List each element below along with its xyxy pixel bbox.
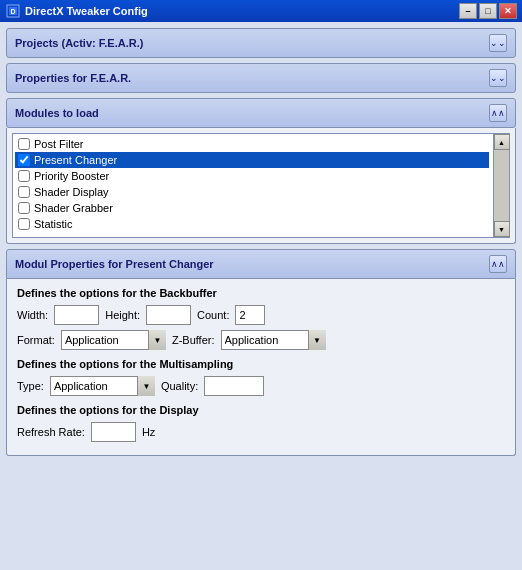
module-item-shader-grabber[interactable]: Shader Grabber — [15, 200, 489, 216]
module-checkbox-post-filter[interactable] — [18, 138, 30, 150]
multisampling-section-title: Defines the options for the Multisamplin… — [17, 358, 505, 370]
width-label: Width: — [17, 309, 48, 321]
window-title: DirectX Tweaker Config — [25, 5, 455, 17]
height-label: Height: — [105, 309, 140, 321]
scroll-down-button[interactable]: ▼ — [494, 221, 510, 237]
modul-props-chevron[interactable]: ∧∧ — [489, 255, 507, 273]
svg-text:D: D — [10, 8, 15, 15]
main-content: Projects (Activ: F.E.A.R.) ⌄⌄ Properties… — [0, 22, 522, 570]
hz-label: Hz — [142, 426, 155, 438]
module-label: Post Filter — [34, 138, 84, 150]
quality-label: Quality: — [161, 380, 198, 392]
backbuffer-section-title: Defines the options for the Backbuffer — [17, 287, 505, 299]
modul-properties-section: Modul Properties for Present Changer ∧∧ … — [6, 249, 516, 456]
scroll-track — [494, 150, 509, 221]
height-input[interactable] — [146, 305, 191, 325]
module-item-statistic[interactable]: Statistic — [15, 216, 489, 232]
maximize-button[interactable]: □ — [479, 3, 497, 19]
module-checkbox-shader-display[interactable] — [18, 186, 30, 198]
module-checkbox-present-changer[interactable] — [18, 154, 30, 166]
list-scrollbar: ▲ ▼ — [493, 134, 509, 237]
modules-list-container: Post Filter Present Changer Priority Boo… — [12, 133, 510, 238]
scroll-up-button[interactable]: ▲ — [494, 134, 510, 150]
format-select-wrapper: Application Default X8R8G8B8 A8R8G8B8 R5… — [61, 330, 166, 350]
modules-section-header[interactable]: Modules to load ∧∧ — [6, 98, 516, 128]
close-button[interactable]: ✕ — [499, 3, 517, 19]
module-label: Shader Grabber — [34, 202, 113, 214]
window-controls: – □ ✕ — [459, 3, 517, 19]
projects-chevron[interactable]: ⌄⌄ — [489, 34, 507, 52]
module-label: Shader Display — [34, 186, 109, 198]
minimize-button[interactable]: – — [459, 3, 477, 19]
module-checkbox-priority-booster[interactable] — [18, 170, 30, 182]
multisampling-row: Type: Application None 2x 4x 8x ▼ Qualit… — [17, 376, 505, 396]
refresh-rate-input[interactable] — [91, 422, 136, 442]
properties-title: Properties for F.E.A.R. — [15, 72, 131, 84]
module-item-shader-display[interactable]: Shader Display — [15, 184, 489, 200]
projects-section-header[interactable]: Projects (Activ: F.E.A.R.) ⌄⌄ — [6, 28, 516, 58]
modul-props-header[interactable]: Modul Properties for Present Changer ∧∧ — [6, 249, 516, 279]
quality-input[interactable] — [204, 376, 264, 396]
width-input[interactable] — [54, 305, 99, 325]
type-select-wrapper: Application None 2x 4x 8x ▼ — [50, 376, 155, 396]
refresh-rate-label: Refresh Rate: — [17, 426, 85, 438]
zbuffer-select-wrapper: Application Default D16 D24X8 D24S8 ▼ — [221, 330, 326, 350]
zbuffer-label: Z-Buffer: — [172, 334, 215, 346]
module-item-present-changer[interactable]: Present Changer — [15, 152, 489, 168]
count-input[interactable] — [235, 305, 265, 325]
display-row: Refresh Rate: Hz — [17, 422, 505, 442]
type-label: Type: — [17, 380, 44, 392]
count-label: Count: — [197, 309, 229, 321]
zbuffer-select[interactable]: Application Default D16 D24X8 D24S8 — [221, 330, 326, 350]
module-item-post-filter[interactable]: Post Filter — [15, 136, 489, 152]
title-bar: D DirectX Tweaker Config – □ ✕ — [0, 0, 522, 22]
modules-section: Modules to load ∧∧ Post Filter Present C… — [6, 98, 516, 244]
module-label: Present Changer — [34, 154, 117, 166]
modules-panel: Post Filter Present Changer Priority Boo… — [6, 128, 516, 244]
module-label: Statistic — [34, 218, 73, 230]
modules-title: Modules to load — [15, 107, 99, 119]
format-label: Format: — [17, 334, 55, 346]
projects-title: Projects (Activ: F.E.A.R.) — [15, 37, 143, 49]
modul-props-content: Defines the options for the Backbuffer W… — [6, 279, 516, 456]
modules-list: Post Filter Present Changer Priority Boo… — [13, 134, 491, 237]
module-item-priority-booster[interactable]: Priority Booster — [15, 168, 489, 184]
backbuffer-row1: Width: Height: Count: — [17, 305, 505, 325]
modul-props-title: Modul Properties for Present Changer — [15, 258, 214, 270]
app-icon: D — [5, 3, 21, 19]
module-label: Priority Booster — [34, 170, 109, 182]
backbuffer-row2: Format: Application Default X8R8G8B8 A8R… — [17, 330, 505, 350]
properties-chevron[interactable]: ⌄⌄ — [489, 69, 507, 87]
module-checkbox-statistic[interactable] — [18, 218, 30, 230]
format-select[interactable]: Application Default X8R8G8B8 A8R8G8B8 R5… — [61, 330, 166, 350]
modules-chevron[interactable]: ∧∧ — [489, 104, 507, 122]
module-checkbox-shader-grabber[interactable] — [18, 202, 30, 214]
properties-section-header[interactable]: Properties for F.E.A.R. ⌄⌄ — [6, 63, 516, 93]
type-select[interactable]: Application None 2x 4x 8x — [50, 376, 155, 396]
display-section-title: Defines the options for the Display — [17, 404, 505, 416]
